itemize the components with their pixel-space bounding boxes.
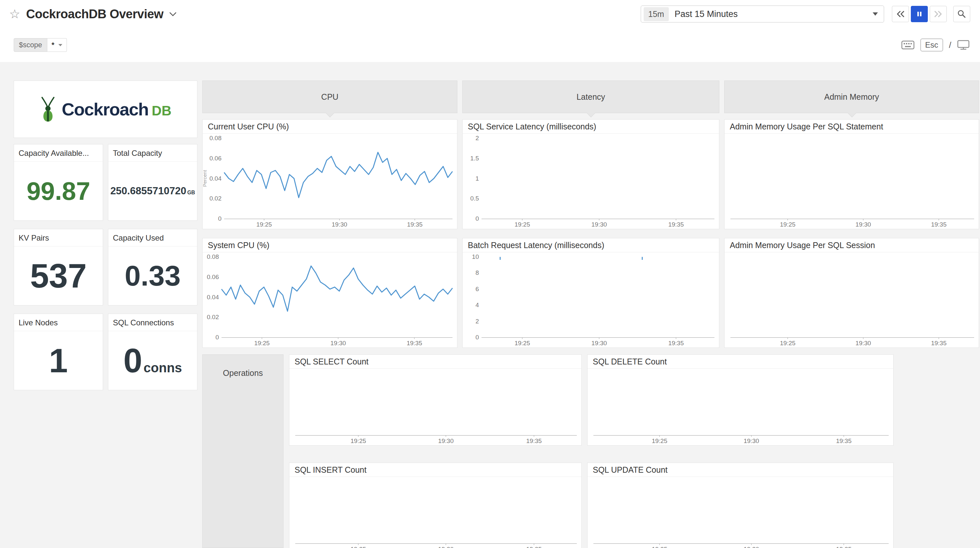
template-variable-bar: $scope * Esc /: [0, 28, 980, 62]
svg-text:19:30: 19:30: [592, 221, 607, 228]
forward-button[interactable]: [930, 6, 947, 22]
svg-text:19:30: 19:30: [743, 437, 759, 444]
group-header-operations[interactable]: Operations: [202, 354, 283, 548]
chart-plot-area[interactable]: 19:2519:3019:35: [725, 252, 979, 348]
chart-widget-batch-request-latency: Batch Request Latency (milliseconds) 024…: [462, 238, 719, 348]
svg-text:19:25: 19:25: [514, 340, 530, 346]
esc-key-badge: Esc: [920, 38, 943, 51]
stat-live-nodes: Live Nodes 1: [14, 314, 103, 390]
stat-capacity-available: Capacity Available... 99.87: [14, 144, 103, 221]
svg-text:1: 1: [475, 175, 479, 182]
graph-zoom-button[interactable]: [953, 6, 970, 22]
scope-value-dropdown[interactable]: *: [47, 38, 67, 52]
fast-forward-icon: [934, 10, 943, 18]
group-column-latency: Latency SQL Service Latency (millisecond…: [462, 81, 719, 348]
magnifier-icon: [957, 10, 966, 19]
svg-text:0: 0: [218, 215, 221, 222]
pause-button[interactable]: [911, 6, 928, 22]
stat-unit: GB: [187, 190, 195, 195]
svg-text:10: 10: [472, 253, 479, 260]
dashboard-content: Cockroach DB Capacity Available... 99.87…: [0, 62, 980, 548]
backward-button[interactable]: [892, 6, 909, 22]
slash-separator: /: [949, 40, 951, 50]
svg-text:4: 4: [475, 302, 479, 308]
svg-text:19:35: 19:35: [931, 221, 947, 228]
stat-sql-connections: SQL Connections 0conns: [108, 314, 197, 390]
svg-text:0: 0: [475, 215, 479, 222]
group-header-cpu[interactable]: CPU: [202, 81, 457, 113]
stat-title: Total Capacity: [108, 145, 197, 162]
stats-grid: Capacity Available... 99.87 Total Capaci…: [14, 144, 197, 390]
scope-variable-selector[interactable]: $scope *: [14, 38, 67, 52]
chart-title: SQL SELECT Count: [290, 355, 581, 369]
svg-text:0.08: 0.08: [207, 253, 219, 260]
svg-text:19:30: 19:30: [855, 340, 871, 346]
svg-text:0.06: 0.06: [210, 155, 221, 162]
chart-plot-area[interactable]: 024681019:2519:3019:35: [463, 252, 719, 348]
stat-title: Capacity Used: [108, 229, 197, 246]
scope-key-label: $scope: [14, 38, 47, 52]
svg-text:1.5: 1.5: [471, 155, 479, 162]
chart-title: Admin Memory Usage Per SQL Statement: [725, 120, 979, 133]
page-title: CockroachDB Overview: [26, 7, 164, 21]
stat-kv-pairs: KV Pairs 537: [14, 229, 103, 305]
svg-text:0.5: 0.5: [471, 195, 479, 202]
svg-text:0.04: 0.04: [210, 175, 221, 182]
chart-plot-area[interactable]: 19:2519:3019:35: [587, 477, 893, 548]
stat-value: 0: [123, 342, 142, 380]
svg-text:8: 8: [475, 269, 479, 276]
scope-value-label: *: [51, 41, 54, 49]
svg-text:19:30: 19:30: [438, 437, 454, 444]
playback-controls: [892, 6, 947, 22]
svg-text:19:30: 19:30: [332, 221, 347, 228]
dashboard-menu-button[interactable]: [169, 11, 177, 17]
group-header-admin-memory[interactable]: Admin Memory: [724, 81, 979, 113]
svg-text:0: 0: [475, 334, 479, 341]
svg-text:Percent: Percent: [203, 170, 207, 187]
operations-column-2: SQL DELETE Count 19:2519:3019:35 SQL UPD…: [587, 354, 894, 548]
svg-text:19:35: 19:35: [668, 340, 684, 346]
operations-section: Operations SQL SELECT Count 19:2519:3019…: [202, 354, 980, 548]
chart-plot-area[interactable]: 19:2519:3019:35: [290, 477, 581, 548]
svg-text:19:25: 19:25: [514, 221, 530, 228]
svg-text:19:25: 19:25: [652, 437, 667, 444]
chart-plot-area[interactable]: 19:2519:3019:35: [587, 369, 893, 445]
svg-text:19:35: 19:35: [526, 546, 542, 548]
charts-area: CPU Current User CPU (%) 00.020.040.060.…: [202, 81, 980, 548]
pause-icon: [915, 10, 924, 18]
group-column-cpu: CPU Current User CPU (%) 00.020.040.060.…: [202, 81, 457, 348]
svg-text:0.02: 0.02: [210, 195, 221, 202]
chart-plot-area[interactable]: 19:2519:3019:35: [290, 369, 581, 445]
chart-plot-area[interactable]: 00.020.040.060.0819:2519:3019:35: [203, 252, 457, 348]
chart-widget-admin-memory-session: Admin Memory Usage Per SQL Session 19:25…: [724, 238, 979, 348]
chart-plot-area[interactable]: 00.511.5219:2519:3019:35: [463, 133, 719, 229]
chart-title: SQL UPDATE Count: [587, 463, 893, 477]
stat-total-capacity: Total Capacity 250.6855710720GB: [108, 144, 197, 221]
group-label: CPU: [321, 92, 339, 102]
stat-value: 99.87: [26, 176, 90, 206]
tv-screen-icon[interactable]: [957, 40, 970, 50]
chart-plot-area[interactable]: 19:2519:3019:35: [725, 133, 979, 229]
svg-text:19:25: 19:25: [351, 546, 366, 548]
time-range-selector[interactable]: 15m Past 15 Minutes: [641, 6, 884, 22]
chart-widget-admin-memory-statement: Admin Memory Usage Per SQL Statement 19:…: [724, 119, 979, 229]
svg-text:19:25: 19:25: [254, 340, 270, 346]
favorite-star-icon[interactable]: ☆: [9, 8, 20, 20]
chart-title: Current User CPU (%): [203, 120, 457, 133]
svg-text:19:35: 19:35: [407, 221, 423, 228]
chart-plot-area[interactable]: 00.020.040.060.0819:2519:3019:35Percent: [203, 133, 457, 229]
svg-text:0: 0: [215, 334, 219, 341]
group-header-latency[interactable]: Latency: [462, 81, 719, 113]
summary-column: Cockroach DB Capacity Available... 99.87…: [14, 81, 197, 390]
svg-text:19:25: 19:25: [780, 340, 795, 346]
svg-text:6: 6: [475, 286, 479, 292]
chart-widget-sql-service-latency: SQL Service Latency (milliseconds) 00.51…: [462, 119, 719, 229]
svg-text:19:35: 19:35: [931, 340, 947, 346]
logo-wordmark: Cockroach DB: [62, 99, 171, 119]
shortcut-hints: Esc /: [901, 38, 970, 51]
group-label: Operations: [223, 369, 262, 378]
group-column-admin-memory: Admin Memory Admin Memory Usage Per SQL …: [724, 81, 979, 348]
svg-text:2: 2: [475, 135, 479, 141]
stat-value: 1: [49, 342, 68, 380]
group-label: Admin Memory: [824, 92, 879, 102]
